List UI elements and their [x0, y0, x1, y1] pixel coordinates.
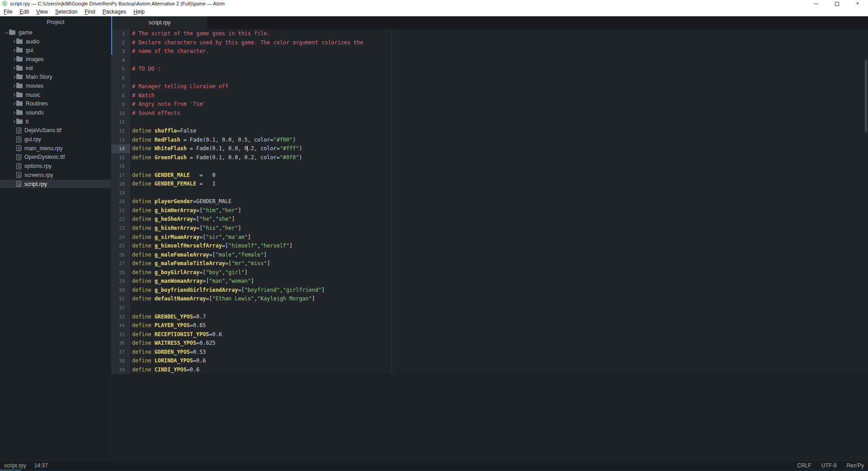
- code-line-27[interactable]: 27define g_maleFemaleTitleArray=["mr","m…: [111, 259, 868, 268]
- code-line-31[interactable]: 31define defaultNameArray=["Ethan Lewis"…: [111, 295, 868, 304]
- tree-item-tl[interactable]: tl: [0, 117, 111, 126]
- vertical-scrollbar[interactable]: [865, 60, 867, 132]
- menu-item-file[interactable]: File: [0, 9, 16, 15]
- tree-item-routines[interactable]: Routines: [0, 100, 111, 109]
- code-line-11[interactable]: 11: [111, 118, 868, 127]
- menu-item-selection[interactable]: Selection: [52, 9, 81, 15]
- line-number: 4: [111, 56, 130, 65]
- chevron-right-icon[interactable]: [11, 120, 16, 123]
- maximize-button[interactable]: [826, 0, 847, 7]
- tree-item-options-rpy[interactable]: options.rpy: [0, 162, 111, 171]
- code-line-2[interactable]: 2# Declare characters used by this game.…: [111, 38, 868, 48]
- status-cursor-position[interactable]: 14:37: [34, 462, 48, 469]
- chevron-right-icon[interactable]: [11, 85, 16, 87]
- file-icon: [16, 163, 21, 169]
- tree-item-sounds[interactable]: sounds: [0, 108, 111, 117]
- token-keyword: define: [132, 314, 151, 320]
- chevron-right-icon[interactable]: [11, 58, 16, 60]
- code-line-33[interactable]: 33define GRENDEL_YPOS=0.7: [111, 313, 868, 322]
- code-line-36[interactable]: 36define WAITRESS_YPOS=0.625: [111, 339, 868, 348]
- code-line-4[interactable]: 4: [111, 56, 868, 65]
- status-ren-py[interactable]: Ren'Py: [847, 462, 864, 469]
- code-line-18[interactable]: 18define GENDER_FEMALE = 1: [111, 180, 868, 189]
- code-line-9[interactable]: 9# Angry note from 'Tim': [111, 100, 868, 109]
- code-editor[interactable]: 1# The script of the game goes in this f…: [111, 29, 868, 461]
- code-line-38[interactable]: 38define LORINDA_YPOS=0.6: [111, 357, 868, 366]
- code-line-32[interactable]: 32: [111, 304, 868, 313]
- chevron-right-icon[interactable]: [11, 103, 16, 105]
- code-line-14[interactable]: 14define WhiteFlash = Fade(0.1, 0.0, 0.2…: [111, 144, 868, 153]
- code-line-6[interactable]: 6: [111, 74, 868, 83]
- token-keyword: define: [132, 154, 151, 161]
- code-line-23[interactable]: 23define g_hisHerArray=["his","her"]: [111, 224, 868, 233]
- line-number: 20: [111, 197, 130, 206]
- code-line-28[interactable]: 28define g_boyGirlArray=["boy","girl"]: [111, 268, 868, 277]
- line-number: 35: [111, 330, 130, 339]
- code-line-37[interactable]: 37define GORDEN_YPOS=0.53: [111, 348, 868, 357]
- code-line-35[interactable]: 35define RECEPTIONIST_YPOS=0.6: [111, 330, 868, 339]
- code-line-16[interactable]: 16: [111, 162, 868, 171]
- menu-item-view[interactable]: View: [33, 9, 52, 15]
- code-line-17[interactable]: 17define GENDER_MALE = 0: [111, 171, 868, 180]
- minimize-button[interactable]: [806, 0, 826, 7]
- code-line-5[interactable]: 5# TO DO :: [111, 65, 868, 74]
- code-line-19[interactable]: 19: [111, 189, 868, 198]
- code-line-8[interactable]: 8# Watch: [111, 91, 868, 100]
- code-line-13[interactable]: 13define RedFlash = Fade(0.1, 0.0, 0.5, …: [111, 136, 868, 145]
- chevron-right-icon[interactable]: [11, 112, 16, 114]
- tree-item-main-story[interactable]: Main Story: [0, 72, 111, 81]
- code-line-1[interactable]: 1# The script of the game goes in this f…: [111, 29, 868, 38]
- token-plain: [151, 260, 155, 266]
- tree-item-screens-rpy[interactable]: screens.rpy: [0, 171, 111, 180]
- token-string: "boy": [206, 269, 222, 276]
- title-bar: script.rpy — C:\Users\njk98\Google Drive…: [0, 0, 868, 7]
- status-file-name[interactable]: script.rpy: [4, 462, 26, 469]
- code-line-30[interactable]: 30define g_boyfriendGirlfriendArray=["bo…: [111, 286, 868, 295]
- code-line-3[interactable]: 3# name of the character.: [111, 47, 868, 56]
- chevron-right-icon[interactable]: [11, 76, 16, 78]
- tree-item-images[interactable]: images: [0, 55, 111, 64]
- tree-item-init[interactable]: init: [0, 64, 111, 73]
- token-keyword: define: [132, 145, 151, 152]
- tree-item-dejavusans-ttf[interactable]: DejaVuSans.ttf: [0, 126, 111, 135]
- code-line-25[interactable]: 25define g_himselfHerselfArray=["himself…: [111, 242, 868, 251]
- tab-script-rpy[interactable]: script.rpy: [112, 16, 208, 29]
- tree-item-audio[interactable]: audio: [0, 37, 111, 46]
- tree-item-music[interactable]: music: [0, 90, 111, 100]
- code-line-20[interactable]: 20define playerGender=GENDER_MALE: [111, 197, 868, 206]
- code-line-22[interactable]: 22define g_heSheArray=["he","she"]: [111, 215, 868, 224]
- tree-item-opendyslexic-ttf[interactable]: OpenDyslexic.ttf: [0, 153, 111, 162]
- line-number: 8: [111, 91, 130, 100]
- menu-item-help[interactable]: Help: [130, 9, 148, 15]
- code-line-24[interactable]: 24define g_sirMaamArray=["sir","ma'am"]: [111, 233, 868, 242]
- tree-item-gui[interactable]: gui: [0, 46, 111, 55]
- code-line-34[interactable]: 34define PLAYER_YPOS=0.65: [111, 321, 868, 330]
- tree-item-script-rpy[interactable]: script.rpy: [0, 180, 111, 189]
- tree-item-game[interactable]: game: [0, 28, 111, 37]
- menu-item-edit[interactable]: Edit: [16, 9, 33, 15]
- line-number: 9: [111, 100, 130, 109]
- close-button[interactable]: ×: [847, 0, 868, 7]
- chevron-down-icon[interactable]: [4, 31, 9, 33]
- tree-item-movies[interactable]: movies: [0, 81, 111, 90]
- code-line-12[interactable]: 12define shuffle=False: [111, 127, 868, 136]
- chevron-right-icon[interactable]: [11, 94, 16, 96]
- token-plain: = Fade(0.1, 0.0, 0.5, color=: [180, 137, 274, 143]
- line-number: 27: [111, 259, 130, 268]
- tree-item-gui-rpy[interactable]: gui.rpy: [0, 135, 111, 144]
- status-utf-8[interactable]: UTF-8: [821, 462, 837, 469]
- status-crlf[interactable]: CRLF: [797, 462, 811, 469]
- code-line-39[interactable]: 39define CINDI_YPOS=0.6: [111, 366, 868, 375]
- code-line-29[interactable]: 29define g_manWomanArray=["man","woman"]: [111, 277, 868, 286]
- code-line-7[interactable]: 7# Manager telling Lloraine off: [111, 82, 868, 91]
- chevron-right-icon[interactable]: [11, 67, 16, 69]
- chevron-right-icon[interactable]: [11, 49, 16, 52]
- menu-item-packages[interactable]: Packages: [99, 9, 130, 15]
- code-line-26[interactable]: 26define g_maleFemaleArray=["male","fema…: [111, 251, 868, 260]
- menu-item-find[interactable]: Find: [81, 9, 99, 15]
- tree-item-main-menu-rpy[interactable]: main_menu.rpy: [0, 144, 111, 153]
- chevron-right-icon[interactable]: [11, 40, 16, 43]
- code-line-10[interactable]: 10# Sound effects: [111, 109, 868, 118]
- code-line-15[interactable]: 15define GreenFlash = Fade(0.1, 0.0, 0.2…: [111, 153, 868, 162]
- code-line-21[interactable]: 21define g_himHerArray=["him","her"]: [111, 206, 868, 215]
